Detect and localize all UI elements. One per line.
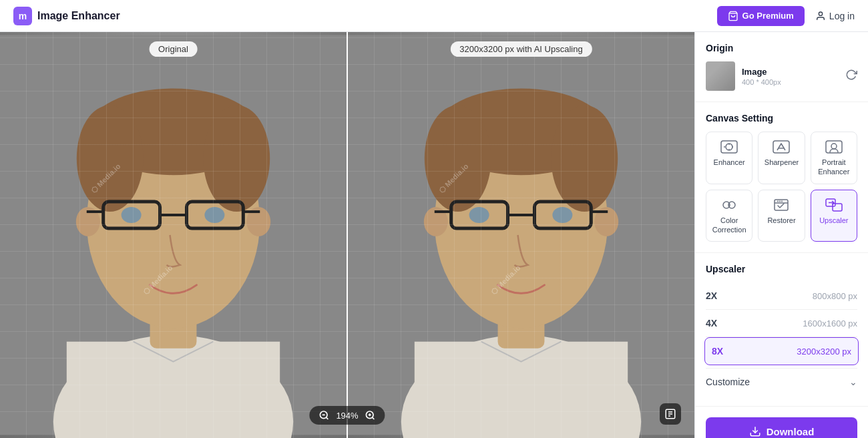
svg-line-37 [326,417,328,419]
svg-line-40 [373,417,375,419]
enhanced-label: 3200x3200 px with AI Upscaling [450,41,592,57]
portrait-enhancer-label: Portrait Enhancer [815,158,853,177]
canvas-tools-grid: Enhancer Sharpener [706,132,857,242]
svg-point-51 [831,144,837,149]
origin-section: Origin Image 400 * 400px [695,32,868,102]
scale-8x-label: 8X [712,346,723,357]
scale-options: 2X 800x800 px 4X 1600x1600 px 8X 3200x32… [706,282,857,365]
sharpener-icon [771,139,792,155]
upscaler-icon [823,197,845,213]
enhanced-image-panel: ⬡ Media.io ⬡ Media.io 3200x3200 px with … [348,32,694,438]
enhancer-icon [718,139,740,155]
portrait-enhancer-icon [823,139,845,155]
original-image-panel: ⬡ Media.io ⬡ Media.io Original [0,32,347,438]
header-right: Go Premium Log in [717,6,855,26]
right-panel: Origin Image 400 * 400px Canvas Sett [694,32,868,438]
app-title: Image Enhancer [37,10,120,22]
origin-row: Image 400 * 400px [706,61,857,91]
scale-2x-row[interactable]: 2X 800x800 px [706,282,857,310]
origin-image-size: 400 * 400px [742,78,781,86]
zoom-controls: 194% [309,406,385,425]
zoom-out-icon [318,410,329,421]
canvas-area: ⬡ Media.io ⬡ Media.io Original [0,32,694,438]
refresh-button[interactable] [845,69,857,83]
customize-label: Customize [706,377,750,387]
svg-point-8 [77,105,144,212]
original-label: Original [149,41,198,57]
svg-rect-21 [415,342,628,438]
enhanced-image-wrapper: ⬡ Media.io ⬡ Media.io [348,32,694,438]
download-button[interactable]: Download [706,417,857,438]
scale-4x-value: 1600x1600 px [803,318,857,328]
scale-4x-row[interactable]: 4X 1600x1600 px [706,310,857,337]
origin-title: Origin [706,43,857,53]
header: m Image Enhancer Go Premium Log in [0,0,868,32]
svg-rect-50 [826,141,842,153]
portrait-svg [825,140,843,154]
upscaler-section-title: Upscaler [706,264,857,274]
origin-thumb-image [706,61,735,91]
upscaler-label: Upscaler [819,216,848,225]
restorer-label: Restorer [767,216,795,225]
restorer-svg [772,198,791,212]
refresh-icon [845,69,857,81]
upscaler-svg [825,198,843,212]
enhanced-person-svg [348,32,694,438]
svg-point-17 [122,207,142,223]
canvas-setting-title: Canvas Setting [706,113,857,124]
upscaler-section: Upscaler 2X 800x800 px 4X 1600x1600 px 8… [695,253,868,407]
scale-8x-value: 3200x3200 px [797,347,851,357]
svg-point-34 [469,207,489,223]
tool-upscaler[interactable]: Upscaler [811,190,857,242]
app-logo: m [13,7,32,25]
download-label: Download [767,426,815,437]
svg-point-35 [552,207,572,223]
original-image-wrapper: ⬡ Media.io ⬡ Media.io [0,32,347,438]
go-premium-button[interactable]: Go Premium [717,6,805,26]
svg-point-18 [204,207,224,223]
tool-portrait-enhancer[interactable]: Portrait Enhancer [811,132,857,184]
color-correction-icon [718,197,740,213]
svg-point-26 [551,105,618,212]
color-correction-svg [720,198,738,212]
sharpener-label: Sharpener [765,158,799,167]
svg-rect-56 [833,204,842,211]
svg-point-1 [819,12,822,15]
chevron-down-icon: ⌄ [849,377,857,387]
zoom-out-button[interactable] [318,410,329,421]
svg-rect-47 [721,141,737,153]
login-button[interactable]: Log in [815,11,855,21]
customize-row[interactable]: Customize ⌄ [706,368,857,395]
notes-button[interactable] [660,403,681,425]
notes-icon [664,408,676,420]
origin-info: Image 400 * 400px [706,61,781,91]
svg-point-25 [425,105,491,212]
tool-sharpener[interactable]: Sharpener [758,132,805,184]
original-person-svg [0,32,347,438]
logo-letter: m [19,11,27,21]
zoom-in-button[interactable] [365,410,376,421]
svg-rect-54 [775,200,788,210]
svg-point-9 [203,105,270,212]
enhancer-label: Enhancer [714,158,745,167]
tool-enhancer[interactable]: Enhancer [706,132,752,184]
origin-thumbnail [706,61,735,91]
zoom-in-icon [365,410,376,421]
user-icon [815,11,826,21]
download-icon [749,425,761,437]
sharpener-svg [772,140,791,154]
origin-image-name: Image [742,67,781,77]
canvas-setting-section: Canvas Setting Enhancer [695,102,868,253]
enhancer-svg [720,140,738,154]
tool-color-correction[interactable]: Color Correction [706,190,752,242]
scale-4x-label: 4X [706,318,717,328]
zoom-level: 194% [336,411,358,421]
tool-restorer[interactable]: Restorer [758,190,805,242]
svg-rect-4 [67,342,280,438]
scale-8x-row[interactable]: 8X 3200x3200 px [704,337,859,365]
origin-meta: Image 400 * 400px [742,67,781,86]
header-left: m Image Enhancer [13,7,120,25]
scale-2x-label: 2X [706,290,717,301]
main-layout: ⬡ Media.io ⬡ Media.io Original [0,32,868,438]
cart-icon [728,11,738,21]
